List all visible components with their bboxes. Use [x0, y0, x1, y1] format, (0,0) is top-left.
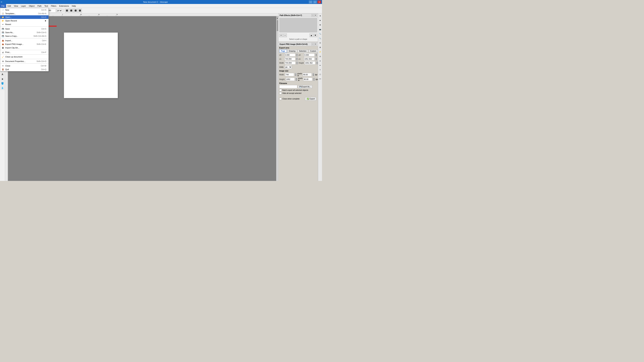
dpi1-down-btn[interactable]: ▼ [312, 75, 314, 76]
img-height-input[interactable] [286, 78, 295, 81]
maximize-button[interactable]: □ [313, 0, 317, 3]
units-select[interactable]: px [56, 9, 62, 12]
right-tool-11[interactable]: ♦ [318, 59, 322, 63]
hide-except-checkbox[interactable] [279, 92, 282, 94]
menu-templates[interactable]: 📋 Templates... Ctrl+Alt+N [0, 12, 48, 15]
units-select-export[interactable]: px [285, 65, 292, 69]
dpi2-up-btn[interactable]: ▲ [313, 78, 315, 79]
menu-item-view[interactable]: View [12, 4, 20, 8]
img-height-up-btn[interactable]: ▲ [296, 78, 297, 79]
right-tool-2[interactable]: ◈ [318, 18, 322, 22]
right-tool-4[interactable]: 📷 [318, 27, 322, 31]
x1-input[interactable] [284, 57, 295, 60]
right-tool-14[interactable]: ⬡ [318, 72, 322, 77]
align-right-btn[interactable]: ⬛ [74, 9, 78, 12]
scroll-up-btn[interactable]: ▲ [276, 16, 278, 20]
x0-up-btn[interactable]: ▲ [296, 53, 298, 55]
menu-open[interactable]: 📂 Open... Ctrl+O [0, 15, 48, 19]
img-width-up-btn[interactable]: ▲ [295, 73, 296, 75]
menu-item-text[interactable]: Text [43, 4, 50, 8]
dpi2-down-btn[interactable]: ▼ [313, 79, 315, 81]
right-tool-12[interactable]: ✒ [318, 63, 322, 67]
menu-print[interactable]: 🖨 Print... Ctrl+P [0, 50, 48, 54]
menu-save[interactable]: 💾 Save Ctrl+S [0, 27, 48, 31]
dropper-tool-btn[interactable]: 💧 [0, 86, 5, 90]
close-complete-checkbox[interactable] [279, 98, 282, 100]
y0-input[interactable] [304, 53, 314, 56]
menu-item-edit[interactable]: Edit [6, 4, 12, 8]
x0-down-btn[interactable]: ▼ [296, 55, 298, 56]
filename-input[interactable] [279, 85, 297, 88]
scrollbar-vertical[interactable]: ▲ ▼ [276, 16, 278, 181]
export-as-btn[interactable]: 💾 Export As... [298, 85, 312, 88]
gradient-tool-btn[interactable]: ◈ [0, 77, 5, 81]
minimize-button[interactable]: ─ [309, 0, 312, 3]
y1-input[interactable] [304, 57, 314, 60]
y0-up-btn[interactable]: ▲ [315, 53, 317, 55]
menu-quit[interactable]: 🚪 Quit Ctrl+Q [0, 67, 48, 71]
menu-new[interactable]: 📄 New Ctrl+N [0, 8, 48, 12]
close-button[interactable]: ✕ [317, 0, 321, 3]
width-input[interactable] [285, 61, 296, 64]
menu-doc-properties[interactable]: ⚙ Document Properties... Shift+Ctrl+D [0, 59, 48, 63]
batch-export-checkbox[interactable] [279, 89, 282, 91]
export-tab-page[interactable]: Page [279, 49, 287, 53]
dpi1-input[interactable] [303, 73, 312, 76]
dpi2-input[interactable] [303, 78, 312, 81]
menu-save-copy[interactable]: 💾 Save a Copy... Shift+Ctrl+Alt+S [0, 34, 48, 38]
y0-down-btn[interactable]: ▼ [315, 55, 317, 56]
right-tool-13[interactable]: T [318, 68, 322, 72]
menu-item-filters[interactable]: Filters [50, 4, 58, 8]
x1-up-btn[interactable]: ▲ [296, 57, 298, 59]
export-close-btn[interactable]: ✕ [314, 43, 317, 45]
right-tool-3[interactable]: ⊞ [318, 23, 322, 27]
export-collapse-btn[interactable]: □ [311, 43, 314, 45]
align-center-btn[interactable]: ⬛ [69, 9, 73, 12]
export-tab-drawing[interactable]: Drawing [287, 49, 297, 53]
pef-up-btn[interactable]: ▲ [310, 33, 313, 37]
text-tool-btn[interactable]: A [0, 72, 5, 77]
export-tab-custom[interactable]: Custom [308, 49, 318, 53]
menu-import-clip-art[interactable]: 🖼 Import Clip Art... [0, 46, 48, 49]
menu-item-help[interactable]: Help [70, 4, 77, 8]
menu-item-file[interactable]: File [0, 4, 6, 8]
img-width-down-btn[interactable]: ▼ [295, 75, 296, 76]
scroll-vtrack[interactable] [277, 20, 278, 181]
img-width-input[interactable] [285, 73, 294, 76]
export-final-btn[interactable]: ✅ Export [305, 97, 316, 100]
menu-import[interactable]: 📥 Import... Ctrl+I [0, 39, 48, 42]
menu-export-png[interactable]: 📤 Export PNG Image... Shift+Ctrl+E [0, 42, 48, 46]
fill-tool-btn[interactable]: 🪣 [0, 81, 5, 86]
height-input[interactable] [304, 61, 315, 64]
menu-open-recent[interactable]: 📂 Open Recent ▶ [0, 19, 48, 22]
pef-down-btn[interactable]: ▼ [314, 33, 317, 37]
pef-remove-btn[interactable]: − [283, 33, 287, 37]
menu-item-object[interactable]: Object [28, 4, 36, 8]
align-left-btn[interactable]: ⬛ [65, 9, 69, 12]
menu-item-extensions[interactable]: Extensions [58, 4, 70, 8]
right-tool-7[interactable]: ⊡ [318, 41, 322, 45]
pef-add-btn[interactable]: + [279, 33, 283, 37]
menu-item-path[interactable]: Path [36, 4, 43, 8]
width-up-btn[interactable]: ▲ [296, 61, 298, 63]
right-tool-5[interactable]: 🔍 [318, 32, 322, 36]
right-tool-10[interactable]: ◎ [318, 54, 322, 58]
right-tool-1[interactable]: ★ [318, 14, 322, 18]
right-tool-8[interactable]: ⊞ [318, 45, 322, 49]
menu-clean-up[interactable]: 🧹 Clean up document [0, 55, 48, 58]
img-height-down-btn[interactable]: ▼ [296, 79, 297, 81]
height-up-btn[interactable]: ▲ [316, 61, 318, 63]
right-tool-6[interactable]: 🔍 [318, 36, 322, 40]
x1-down-btn[interactable]: ▼ [296, 59, 298, 60]
y1-up-btn[interactable]: ▲ [315, 57, 317, 59]
path-effects-collapse-btn[interactable]: □ [311, 14, 314, 16]
x0-input[interactable] [284, 53, 295, 56]
y1-down-btn[interactable]: ▼ [315, 59, 317, 60]
menu-item-layer[interactable]: Layer [20, 4, 28, 8]
width-down-btn[interactable]: ▼ [296, 63, 298, 64]
menu-revert[interactable]: ↩ Revert [0, 22, 48, 26]
menu-close[interactable]: ✕ Close Ctrl+W [0, 64, 48, 67]
scroll-vthumb[interactable] [277, 20, 278, 31]
height-down-btn[interactable]: ▼ [316, 63, 318, 64]
right-tool-9[interactable]: ⚡ [318, 50, 322, 54]
